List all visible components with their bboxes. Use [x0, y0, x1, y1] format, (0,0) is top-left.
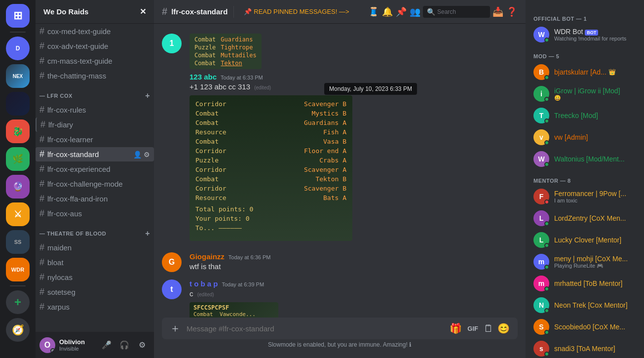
user-controls: 🎤 🎧 ⚙ — [99, 337, 150, 353]
server-add-icon[interactable]: + — [6, 290, 30, 314]
msg-avatar-3[interactable]: t — [162, 279, 182, 299]
member-avatar-waltonius: W — [533, 151, 549, 167]
category-tob[interactable]: — THEATRE OF BLOOD + — [36, 221, 154, 240]
members-category-mod: MOD — 5 — [530, 45, 640, 61]
server-icon-nex[interactable]: NEX — [6, 64, 30, 88]
pin-header-icon[interactable]: 📌 — [395, 6, 407, 18]
channel-item-cox-adv[interactable]: # cox-adv-text-guide — [36, 39, 154, 53]
search-bar[interactable]: 🔍 Search — [423, 6, 490, 18]
pinned-messages-button[interactable]: 📌 READ PINNED MESSAGES! —> — [240, 6, 353, 17]
emoji-icon[interactable]: 😊 — [497, 322, 510, 334]
member-bjart[interactable]: B bjartskularr [Ad... 👑 — [530, 61, 640, 83]
channel-item-learner[interactable]: # lfr-cox-learner — [36, 132, 154, 147]
message-group-2: G Giogainzz Today at 6:36 PM wtf is that… — [154, 250, 526, 274]
add-attachment-icon[interactable]: ＋ — [170, 321, 181, 336]
members-category-mentor: MENTOR — 8 — [530, 170, 640, 186]
msg-header-2: Giogainzz Today at 6:36 PM — [189, 252, 518, 261]
channel-item-nylocas[interactable]: # nylocas — [36, 270, 154, 284]
member-treecko[interactable]: T Treecko [Mod] — [530, 105, 640, 126]
server-icon-img3[interactable]: 🌿 — [6, 147, 30, 171]
channel-item-rules[interactable]: # lfr-cox-rules — [36, 103, 154, 117]
channel-item-aus[interactable]: # lfr-cox-aus — [36, 206, 154, 221]
mic-button[interactable]: 🎤 — [99, 337, 114, 353]
msg-time-2: Today at 6:36 PM — [228, 254, 271, 260]
settings-button[interactable]: ⚙ — [134, 337, 150, 353]
msg-attachment-1[interactable]: CorridorScavenger B CombatMystics B Comb… — [189, 95, 352, 241]
inbox-icon[interactable]: 📥 — [492, 6, 504, 18]
category-add-icon[interactable]: + — [145, 91, 150, 100]
hash-icon: # — [39, 41, 44, 51]
category-lfr-cox[interactable]: — LFR COX + — [36, 83, 154, 102]
member-lucky[interactable]: L Lucky Clover [Mentor] — [530, 229, 640, 251]
ferro-sub: I am toxic — [554, 198, 636, 203]
channel-item-diary[interactable]: # lfr-diary — [36, 118, 154, 132]
server-header[interactable]: We Do Raids ✕ — [36, 0, 154, 24]
input-box: ＋ 🎁 GIF 🗒 😊 — [162, 318, 518, 339]
message-input[interactable] — [187, 319, 444, 338]
notification-icon[interactable]: 🔔 — [381, 6, 393, 18]
msg-header-1: 123 abc Today at 6:33 PM — [189, 73, 518, 81]
server-icon-img1[interactable] — [6, 92, 30, 116]
category-tob-add-icon[interactable]: + — [145, 229, 150, 238]
help-icon[interactable]: ❓ — [506, 6, 518, 18]
user-avatar[interactable]: O — [39, 337, 55, 353]
add-member-icon[interactable]: 👤 — [133, 151, 142, 159]
member-avatar-mrhatted: m — [533, 276, 549, 291]
main-content: # lfr-cox-standard 📌 READ PINNED MESSAGE… — [154, 0, 526, 358]
channel-item-cm-mass[interactable]: # cm-mass-text-guide — [36, 54, 154, 68]
member-info-bjart: bjartskularr [Ad... 👑 — [554, 68, 636, 76]
hash-icon-btn[interactable]: 🧵 — [368, 6, 379, 18]
discord-home-icon[interactable]: ⊞ — [6, 4, 30, 28]
msg-attachment-3[interactable]: SFCCSPCPSF Combat Vawconde... — [189, 302, 278, 318]
channel-header-name: lfr-cox-standard — [171, 7, 227, 16]
members-icon[interactable]: 👥 — [409, 6, 421, 18]
messages-area[interactable]: Monday, July 10, 2023 6:33 PM 1 CombatGu… — [154, 24, 526, 318]
member-scoobie[interactable]: S Scoobiedo0 [CoX Me... — [530, 316, 640, 338]
member-igrow[interactable]: i iGrow | iGrow ii [Mod] 😀 — [530, 83, 640, 105]
member-wdr-bot[interactable]: W WDR BotBOT Watching !modmail for repor… — [530, 24, 640, 45]
channel-item-challenge[interactable]: # lfr-cox-challenge-mode — [36, 177, 154, 191]
settings-icon[interactable]: ⚙ — [144, 151, 150, 159]
member-snadi[interactable]: s snadi3 [ToA Mentor] — [530, 338, 640, 358]
channel-item-sotetseg[interactable]: # sotetseg — [36, 285, 154, 299]
member-lordzentry[interactable]: L LordZentry [CoX Men... — [530, 207, 640, 229]
msg-avatar-1[interactable]: 1 — [162, 34, 182, 53]
sticker-icon[interactable]: 🗒 — [484, 323, 493, 334]
server-icon-img2[interactable]: 🐉 — [6, 119, 30, 143]
member-avatar-vw: v — [533, 129, 549, 145]
user-name: Oblivion — [59, 338, 95, 346]
channel-item-standard[interactable]: # lfr-cox-standard 👤 ⚙ — [36, 147, 154, 161]
channel-item-cox-med[interactable]: # cox-med-text-guide — [36, 24, 154, 39]
msg-avatar-2[interactable]: G — [162, 252, 182, 272]
channel-item-xarpus[interactable]: # xarpus — [36, 300, 154, 314]
headset-button[interactable]: 🎧 — [116, 337, 132, 353]
channel-item-experienced[interactable]: # lfr-cox-experienced — [36, 162, 154, 176]
server-icon-wdr[interactable]: WDR — [6, 258, 30, 281]
category-tob-label: — THEATRE OF BLOOD — [39, 231, 106, 237]
member-avatar-lordzentry: L — [533, 210, 549, 226]
member-meny[interactable]: m meny | mohji [CoX Me... Playing RuneLi… — [530, 251, 640, 273]
message-group-3: t t o b a p Today at 6:39 PM c (edited) … — [154, 278, 526, 318]
channel-item-maiden[interactable]: # maiden — [36, 240, 154, 255]
neon-name: Neon Trek [Cox Mentor] — [554, 301, 636, 309]
server-icon-img5[interactable]: ⚔ — [6, 202, 30, 226]
hash-icon: # — [39, 105, 44, 115]
member-ferromancer[interactable]: F Ferromancer | 9Pow [... I am toxic — [530, 186, 640, 207]
channel-item-ffa[interactable]: # lfr-cox-ffa-and-iron — [36, 192, 154, 206]
member-vw[interactable]: v vw [Admin] — [530, 126, 640, 148]
member-waltonius[interactable]: W Waltonius [Mod/Ment... — [530, 148, 640, 170]
server-icon-img4[interactable]: 🔮 — [6, 175, 30, 199]
gift-icon[interactable]: 🎁 — [450, 322, 462, 334]
server-icon-img6[interactable]: SS — [6, 230, 30, 254]
channel-name: maiden — [47, 243, 72, 252]
member-info-meny: meny | mohji [CoX Me... Playing RuneLite… — [554, 255, 636, 269]
member-neon[interactable]: N Neon Trek [Cox Mentor] — [530, 294, 640, 316]
server-explore-icon[interactable]: 🧭 — [6, 318, 30, 342]
server-icon-1[interactable]: D — [6, 37, 30, 60]
hash-icon: # — [40, 119, 45, 130]
member-mrhatted[interactable]: m mrhatted [ToB Mentor] — [530, 273, 640, 294]
gif-icon[interactable]: GIF — [466, 324, 480, 333]
channel-item-bloat[interactable]: # bloat — [36, 255, 154, 270]
msg-header-3: t o b a p Today at 6:39 PM — [189, 279, 518, 288]
channel-item-chatting-mass[interactable]: # the-chatting-mass — [36, 69, 154, 83]
